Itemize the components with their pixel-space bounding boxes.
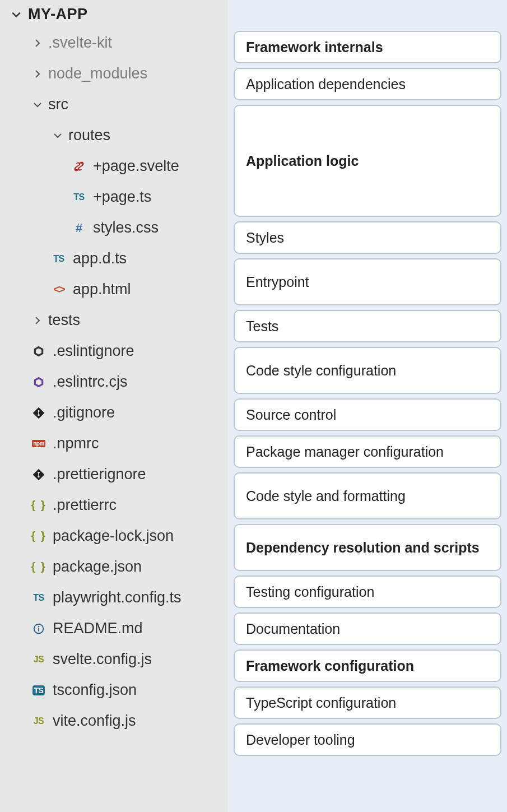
tree-file[interactable]: TSapp.d.ts <box>0 243 228 274</box>
typescript-icon: TS <box>71 189 87 206</box>
json-icon: { } <box>30 497 47 514</box>
description-text: Code style configuration <box>246 363 396 379</box>
chevron-down-icon <box>50 131 65 140</box>
tree-item-label: node_modules <box>48 65 147 82</box>
description-text: Framework configuration <box>246 658 414 674</box>
description-text: Documentation <box>246 621 340 637</box>
description-text: Testing configuration <box>246 584 374 600</box>
description-box: Framework configuration <box>234 649 501 682</box>
chevron-down-icon <box>30 100 45 109</box>
description-text: Framework internals <box>246 39 383 55</box>
description-text: Application dependencies <box>246 76 406 92</box>
tree-item-label: app.d.ts <box>73 250 127 267</box>
tree-folder[interactable]: node_modules <box>0 58 228 89</box>
description-box: Styles <box>234 221 501 254</box>
git-icon <box>30 405 47 421</box>
tree-item-label: .eslintignore <box>53 342 134 360</box>
tree-root-header[interactable]: MY-APP <box>0 3 228 27</box>
tree-item-label: .eslintrc.cjs <box>53 373 128 391</box>
description-text: Package manager configuration <box>246 444 444 460</box>
json-icon: { } <box>30 559 47 576</box>
tree-file[interactable]: { }package-lock.json <box>0 521 228 551</box>
tree-item-label: vite.config.js <box>53 712 136 730</box>
tree-item-label: +page.ts <box>93 188 151 206</box>
description-box: Entrypoint <box>234 258 501 305</box>
description-box: TypeScript configuration <box>234 686 501 719</box>
description-text: TypeScript configuration <box>246 695 396 711</box>
description-box: Testing configuration <box>234 576 501 608</box>
description-panel: Framework internalsApplication dependenc… <box>228 0 507 812</box>
description-box: Package manager configuration <box>234 435 501 468</box>
svelte-icon <box>71 158 87 175</box>
tree-item-label: .npmrc <box>53 435 99 452</box>
description-box: Framework internals <box>234 31 501 63</box>
eslint-config-icon <box>30 374 47 391</box>
tree-root-label: MY-APP <box>28 6 88 23</box>
typescript-icon: TS <box>50 250 67 267</box>
tree-folder[interactable]: tests <box>0 305 228 336</box>
description-text: Developer tooling <box>246 732 355 748</box>
tree-item-label: app.html <box>73 281 131 298</box>
description-box: Application dependencies <box>234 68 501 100</box>
chevron-down-icon <box>9 10 24 20</box>
tree-item-label: routes <box>68 127 110 144</box>
tree-file[interactable]: <>app.html <box>0 274 228 305</box>
tree-folder[interactable]: .svelte-kit <box>0 27 228 58</box>
description-box: Application logic <box>234 105 501 217</box>
description-box: Code style configuration <box>234 347 501 394</box>
tree-item-label: package.json <box>53 558 142 576</box>
json-icon: { } <box>30 528 47 545</box>
description-text: Code style and formatting <box>246 488 406 504</box>
description-box: Documentation <box>234 613 501 645</box>
chevron-right-icon <box>30 316 45 325</box>
description-text: Dependency resolution and scripts <box>246 540 480 556</box>
tree-item-label: playwright.config.ts <box>53 589 182 606</box>
tree-file[interactable]: JSsvelte.config.js <box>0 644 228 675</box>
description-text: Source control <box>246 407 336 423</box>
description-text: Styles <box>246 230 284 246</box>
tree-file[interactable]: TSplaywright.config.ts <box>0 582 228 613</box>
eslint-icon <box>30 343 47 360</box>
description-box: Tests <box>234 310 501 342</box>
description-box: Code style and formatting <box>234 472 501 519</box>
tree-file[interactable]: README.md <box>0 613 228 644</box>
tree-file[interactable]: { }package.json <box>0 551 228 582</box>
typescript-icon: TS <box>30 590 47 606</box>
chevron-right-icon <box>30 69 45 78</box>
typescript-file-icon: TS <box>30 682 47 699</box>
tree-file[interactable]: .eslintignore <box>0 336 228 366</box>
description-box: Developer tooling <box>234 723 501 756</box>
tree-item-label: tsconfig.json <box>53 681 137 699</box>
tree-folder[interactable]: src <box>0 89 228 120</box>
tree-item-label: tests <box>48 312 80 329</box>
javascript-icon: JS <box>30 713 47 730</box>
tree-item-label: styles.css <box>93 219 159 236</box>
npm-icon: npm <box>30 435 47 452</box>
tree-file[interactable]: TStsconfig.json <box>0 675 228 706</box>
tree-file[interactable]: .prettierignore <box>0 459 228 490</box>
svg-rect-12 <box>38 628 39 632</box>
tree-file[interactable]: { }.prettierrc <box>0 490 228 521</box>
tree-item-label: .prettierignore <box>53 466 146 483</box>
chevron-right-icon <box>30 39 45 48</box>
tree-file[interactable]: npm.npmrc <box>0 428 228 459</box>
tree-item-label: .prettierrc <box>53 497 117 514</box>
file-tree-panel: MY-APP .svelte-kitnode_modulessrcroutes+… <box>0 0 228 812</box>
javascript-icon: JS <box>30 651 47 668</box>
tree-folder[interactable]: routes <box>0 120 228 151</box>
tree-file[interactable]: #styles.css <box>0 212 228 243</box>
svg-point-11 <box>38 626 40 628</box>
tree-item-label: src <box>48 96 68 113</box>
description-text: Tests <box>246 318 278 335</box>
description-text: Application logic <box>246 153 359 169</box>
tree-file[interactable]: .eslintrc.cjs <box>0 366 228 397</box>
info-icon <box>30 620 47 637</box>
tree-file[interactable]: .gitignore <box>0 397 228 428</box>
tree-file[interactable]: JSvite.config.js <box>0 706 228 736</box>
css-icon: # <box>71 220 87 236</box>
tree-item-label: README.md <box>53 620 143 637</box>
tree-file[interactable]: +page.svelte <box>0 151 228 182</box>
tree-file[interactable]: TS+page.ts <box>0 182 228 212</box>
tree-item-label: package-lock.json <box>53 527 174 545</box>
html-icon: <> <box>50 281 67 298</box>
